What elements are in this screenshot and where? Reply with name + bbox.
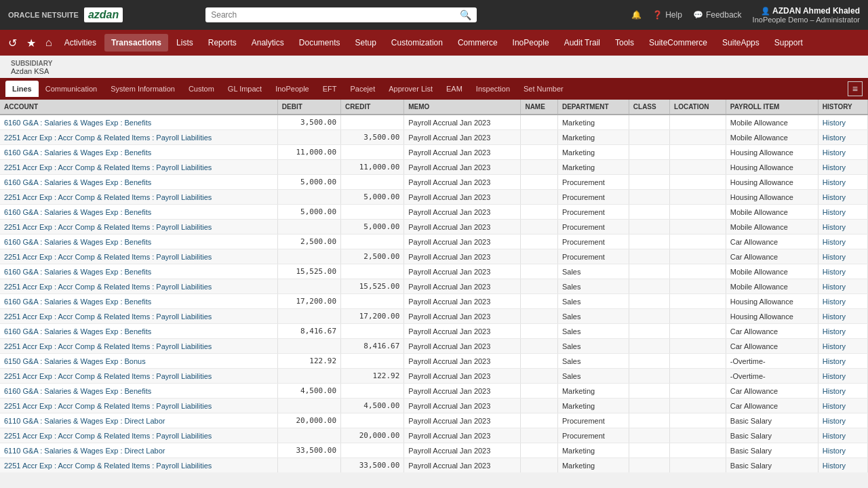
cell-account: 2251 Accr Exp : Accr Comp & Related Item…: [0, 249, 277, 264]
tab-set-number[interactable]: Set Number: [517, 81, 570, 97]
cell-payroll-item: Mobile Allowance: [726, 279, 818, 294]
nav-customization[interactable]: Customization: [384, 34, 450, 52]
nav-documents[interactable]: Documents: [292, 34, 347, 52]
nav-suitecommerce[interactable]: SuiteCommerce: [642, 34, 714, 52]
nav-suiteapps[interactable]: SuiteApps: [715, 34, 766, 52]
cell-class: [629, 443, 669, 458]
cell-location: [670, 264, 726, 279]
cell-history[interactable]: History: [818, 384, 867, 399]
tab-inspection[interactable]: Inspection: [469, 81, 517, 97]
cell-department: Procurement: [557, 220, 629, 235]
cell-credit: 11,000.00: [341, 160, 404, 175]
nav-inopeople[interactable]: InoPeople: [506, 34, 556, 52]
cell-history[interactable]: History: [818, 115, 867, 130]
tab-custom[interactable]: Custom: [182, 81, 221, 97]
cell-history[interactable]: History: [818, 220, 867, 235]
cell-class: [629, 175, 669, 190]
cell-history[interactable]: History: [818, 369, 867, 384]
cell-history[interactable]: History: [818, 160, 867, 175]
cell-history[interactable]: History: [818, 324, 867, 339]
nav-audit-trail[interactable]: Audit Trail: [557, 34, 607, 52]
cell-account: 6160 G&A : Salaries & Wages Exp : Benefi…: [0, 324, 277, 339]
cell-name: [521, 309, 558, 324]
cell-location: [670, 145, 726, 160]
nav-analytics[interactable]: Analytics: [245, 34, 291, 52]
cell-history[interactable]: History: [818, 443, 867, 458]
cell-location: [670, 235, 726, 249]
user-info: 👤 AZDAN Ahmed Khaled InoPeople Demo – Ad…: [753, 6, 860, 24]
cell-account: 6110 G&A : Salaries & Wages Exp : Direct…: [0, 413, 277, 428]
tab-lines[interactable]: Lines: [5, 81, 39, 97]
cell-class: [629, 190, 669, 205]
cell-department: Procurement: [557, 249, 629, 264]
nav-commerce[interactable]: Commerce: [451, 34, 505, 52]
cell-history[interactable]: History: [818, 264, 867, 279]
nav-activities[interactable]: Activities: [58, 34, 103, 52]
cell-history[interactable]: History: [818, 354, 867, 369]
cell-location: [670, 384, 726, 399]
cell-history[interactable]: History: [818, 175, 867, 190]
cell-history[interactable]: History: [818, 130, 867, 145]
cell-name: [521, 294, 558, 309]
cell-memo: Payroll Accrual Jan 2023: [404, 115, 521, 130]
user-avatar-icon: 👤: [761, 7, 770, 15]
cell-history[interactable]: History: [818, 190, 867, 205]
col-class: CLASS: [629, 100, 669, 115]
tab-approver-list[interactable]: Approver List: [382, 81, 439, 97]
table-row: 2251 Accr Exp : Accr Comp & Related Item…: [0, 309, 868, 324]
cell-history[interactable]: History: [818, 205, 867, 220]
tab-communication[interactable]: Communication: [39, 81, 104, 97]
table-row: 6160 G&A : Salaries & Wages Exp : Benefi…: [0, 235, 868, 249]
search-input[interactable]: [211, 7, 460, 22]
nav-reports[interactable]: Reports: [201, 34, 243, 52]
cell-class: [629, 428, 669, 443]
cell-payroll-item: Mobile Allowance: [726, 115, 818, 130]
cell-location: [670, 428, 726, 443]
subsidiary-label: SUBSIDIARY: [11, 60, 857, 67]
cell-history[interactable]: History: [818, 309, 867, 324]
cell-history[interactable]: History: [818, 279, 867, 294]
cell-payroll-item: Mobile Allowance: [726, 264, 818, 279]
nav-lists[interactable]: Lists: [170, 34, 200, 52]
nav-support[interactable]: Support: [768, 34, 810, 52]
tab-eam[interactable]: EAM: [439, 81, 469, 97]
tab-eft[interactable]: EFT: [316, 81, 344, 97]
home-button[interactable]: ⌂: [41, 34, 56, 52]
nav-tools[interactable]: Tools: [608, 34, 641, 52]
tab-gl-impact[interactable]: GL Impact: [221, 81, 269, 97]
cell-department: Procurement: [557, 235, 629, 249]
favorites-button[interactable]: ★: [22, 34, 40, 52]
cell-history[interactable]: History: [818, 294, 867, 309]
nav-setup[interactable]: Setup: [349, 34, 383, 52]
cell-debit: [277, 279, 340, 294]
col-credit: CREDIT: [341, 100, 404, 115]
tab-pacejet[interactable]: Pacejet: [344, 81, 382, 97]
help-button[interactable]: ❓ Help: [652, 10, 682, 20]
search-button[interactable]: 🔍: [460, 9, 471, 20]
cell-history[interactable]: History: [818, 413, 867, 428]
cell-department: Marketing: [557, 130, 629, 145]
feedback-button[interactable]: 💬 Feedback: [693, 10, 742, 20]
cell-history[interactable]: History: [818, 339, 867, 354]
tab-inopeople[interactable]: InoPeople: [269, 81, 316, 97]
cell-department: Marketing: [557, 160, 629, 175]
cell-history[interactable]: History: [818, 458, 867, 473]
cell-history[interactable]: History: [818, 249, 867, 264]
bell-button[interactable]: 🔔: [631, 10, 642, 20]
cell-account: 6160 G&A : Salaries & Wages Exp : Benefi…: [0, 175, 277, 190]
cell-class: [629, 369, 669, 384]
cell-credit: 5,000.00: [341, 190, 404, 205]
cell-history[interactable]: History: [818, 235, 867, 249]
refresh-button[interactable]: ↺: [4, 34, 21, 52]
tab-menu-button[interactable]: ≡: [848, 81, 863, 96]
cell-payroll-item: Basic Salary: [726, 428, 818, 443]
tab-system-information[interactable]: System Information: [104, 81, 182, 97]
cell-history[interactable]: History: [818, 145, 867, 160]
cell-history[interactable]: History: [818, 428, 867, 443]
cell-class: [629, 279, 669, 294]
table-row: 6160 G&A : Salaries & Wages Exp : Benefi…: [0, 205, 868, 220]
cell-history[interactable]: History: [818, 399, 867, 413]
nav-transactions[interactable]: Transactions: [104, 34, 168, 52]
table-row: 6110 G&A : Salaries & Wages Exp : Direct…: [0, 413, 868, 428]
cell-credit: [341, 294, 404, 309]
